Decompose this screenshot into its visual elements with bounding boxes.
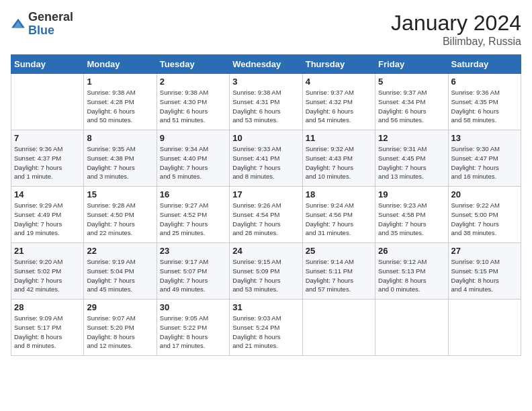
logo: General Blue <box>11 11 73 38</box>
day-cell: 12Sunrise: 9:31 AM Sunset: 4:45 PM Dayli… <box>375 130 448 187</box>
day-cell: 14Sunrise: 9:29 AM Sunset: 4:49 PM Dayli… <box>11 187 84 243</box>
header: General Blue January 2024 Bilimbay, Russ… <box>11 11 521 48</box>
day-cell: 7Sunrise: 9:36 AM Sunset: 4:37 PM Daylig… <box>11 130 84 187</box>
week-row-2: 14Sunrise: 9:29 AM Sunset: 4:49 PM Dayli… <box>11 187 521 243</box>
day-number: 6 <box>451 77 518 87</box>
day-number: 27 <box>451 246 518 256</box>
day-info: Sunrise: 9:36 AM Sunset: 4:37 PM Dayligh… <box>14 144 81 181</box>
day-info: Sunrise: 9:30 AM Sunset: 4:47 PM Dayligh… <box>451 144 518 181</box>
day-info: Sunrise: 9:36 AM Sunset: 4:35 PM Dayligh… <box>451 88 518 125</box>
day-number: 26 <box>378 246 445 256</box>
calendar-header-row: SundayMondayTuesdayWednesdayThursdayFrid… <box>11 55 521 74</box>
day-info: Sunrise: 9:29 AM Sunset: 4:49 PM Dayligh… <box>14 201 81 238</box>
day-number: 9 <box>160 133 226 143</box>
day-cell <box>302 300 375 356</box>
day-cell: 17Sunrise: 9:26 AM Sunset: 4:54 PM Dayli… <box>230 187 302 243</box>
day-number: 1 <box>87 77 153 87</box>
day-number: 16 <box>160 189 226 199</box>
day-info: Sunrise: 9:03 AM Sunset: 5:24 PM Dayligh… <box>232 314 299 351</box>
col-header-wednesday: Wednesday <box>230 55 302 74</box>
day-number: 14 <box>14 189 81 199</box>
day-cell: 28Sunrise: 9:09 AM Sunset: 5:17 PM Dayli… <box>11 300 84 356</box>
week-row-4: 28Sunrise: 9:09 AM Sunset: 5:17 PM Dayli… <box>11 300 521 356</box>
day-number: 28 <box>14 302 81 312</box>
day-number: 30 <box>160 302 226 312</box>
page: General Blue January 2024 Bilimbay, Russ… <box>0 0 532 411</box>
day-cell: 19Sunrise: 9:23 AM Sunset: 4:58 PM Dayli… <box>375 187 448 243</box>
logo-icon <box>11 17 26 32</box>
day-info: Sunrise: 9:32 AM Sunset: 4:43 PM Dayligh… <box>306 144 372 181</box>
day-info: Sunrise: 9:27 AM Sunset: 4:52 PM Dayligh… <box>160 201 226 238</box>
title-block: January 2024 Bilimbay, Russia <box>391 11 521 48</box>
day-number: 24 <box>232 246 299 256</box>
day-info: Sunrise: 9:22 AM Sunset: 5:00 PM Dayligh… <box>451 201 518 238</box>
day-number: 21 <box>14 246 81 256</box>
week-row-0: 1Sunrise: 9:38 AM Sunset: 4:28 PM Daylig… <box>11 74 521 130</box>
day-number: 7 <box>14 133 81 143</box>
day-number: 19 <box>378 189 445 199</box>
day-info: Sunrise: 9:24 AM Sunset: 4:56 PM Dayligh… <box>306 201 372 238</box>
day-info: Sunrise: 9:31 AM Sunset: 4:45 PM Dayligh… <box>378 144 445 181</box>
day-cell: 18Sunrise: 9:24 AM Sunset: 4:56 PM Dayli… <box>302 187 375 243</box>
col-header-sunday: Sunday <box>11 55 84 74</box>
day-info: Sunrise: 9:05 AM Sunset: 5:22 PM Dayligh… <box>160 314 226 351</box>
day-number: 4 <box>306 77 372 87</box>
day-cell: 13Sunrise: 9:30 AM Sunset: 4:47 PM Dayli… <box>448 130 521 187</box>
day-info: Sunrise: 9:09 AM Sunset: 5:17 PM Dayligh… <box>14 314 81 351</box>
logo-text: General Blue <box>28 11 73 38</box>
day-info: Sunrise: 9:23 AM Sunset: 4:58 PM Dayligh… <box>378 201 445 238</box>
day-number: 17 <box>232 189 299 199</box>
day-number: 31 <box>232 302 299 312</box>
col-header-tuesday: Tuesday <box>157 55 229 74</box>
day-number: 18 <box>306 189 372 199</box>
day-info: Sunrise: 9:35 AM Sunset: 4:38 PM Dayligh… <box>87 144 153 181</box>
day-cell <box>375 300 448 356</box>
day-info: Sunrise: 9:12 AM Sunset: 5:13 PM Dayligh… <box>378 257 445 294</box>
day-info: Sunrise: 9:38 AM Sunset: 4:30 PM Dayligh… <box>160 88 226 125</box>
col-header-saturday: Saturday <box>448 55 521 74</box>
day-info: Sunrise: 9:28 AM Sunset: 4:50 PM Dayligh… <box>87 201 153 238</box>
day-number: 5 <box>378 77 445 87</box>
day-cell: 22Sunrise: 9:19 AM Sunset: 5:04 PM Dayli… <box>84 243 157 300</box>
day-cell: 2Sunrise: 9:38 AM Sunset: 4:30 PM Daylig… <box>157 74 229 130</box>
location-title: Bilimbay, Russia <box>391 36 521 48</box>
day-number: 29 <box>87 302 153 312</box>
day-number: 2 <box>160 77 226 87</box>
month-title: January 2024 <box>391 11 521 36</box>
day-cell: 25Sunrise: 9:14 AM Sunset: 5:11 PM Dayli… <box>302 243 375 300</box>
day-number: 25 <box>306 246 372 256</box>
day-info: Sunrise: 9:10 AM Sunset: 5:15 PM Dayligh… <box>451 257 518 294</box>
day-cell: 6Sunrise: 9:36 AM Sunset: 4:35 PM Daylig… <box>448 74 521 130</box>
day-number: 13 <box>451 133 518 143</box>
day-cell: 24Sunrise: 9:15 AM Sunset: 5:09 PM Dayli… <box>230 243 302 300</box>
day-cell: 23Sunrise: 9:17 AM Sunset: 5:07 PM Dayli… <box>157 243 229 300</box>
day-info: Sunrise: 9:15 AM Sunset: 5:09 PM Dayligh… <box>232 257 299 294</box>
day-cell: 21Sunrise: 9:20 AM Sunset: 5:02 PM Dayli… <box>11 243 84 300</box>
day-cell: 31Sunrise: 9:03 AM Sunset: 5:24 PM Dayli… <box>230 300 302 356</box>
week-row-3: 21Sunrise: 9:20 AM Sunset: 5:02 PM Dayli… <box>11 243 521 300</box>
day-number: 20 <box>451 189 518 199</box>
calendar-table: SundayMondayTuesdayWednesdayThursdayFrid… <box>11 54 521 356</box>
day-cell <box>448 300 521 356</box>
day-info: Sunrise: 9:14 AM Sunset: 5:11 PM Dayligh… <box>306 257 372 294</box>
day-info: Sunrise: 9:20 AM Sunset: 5:02 PM Dayligh… <box>14 257 81 294</box>
day-cell: 30Sunrise: 9:05 AM Sunset: 5:22 PM Dayli… <box>157 300 229 356</box>
day-info: Sunrise: 9:37 AM Sunset: 4:32 PM Dayligh… <box>306 88 372 125</box>
day-cell: 29Sunrise: 9:07 AM Sunset: 5:20 PM Dayli… <box>84 300 157 356</box>
day-cell: 4Sunrise: 9:37 AM Sunset: 4:32 PM Daylig… <box>302 74 375 130</box>
col-header-monday: Monday <box>84 55 157 74</box>
week-row-1: 7Sunrise: 9:36 AM Sunset: 4:37 PM Daylig… <box>11 130 521 187</box>
day-cell: 9Sunrise: 9:34 AM Sunset: 4:40 PM Daylig… <box>157 130 229 187</box>
logo-blue-text: Blue <box>28 24 73 38</box>
day-number: 11 <box>306 133 372 143</box>
col-header-thursday: Thursday <box>302 55 375 74</box>
day-number: 3 <box>232 77 299 87</box>
day-cell: 20Sunrise: 9:22 AM Sunset: 5:00 PM Dayli… <box>448 187 521 243</box>
day-info: Sunrise: 9:38 AM Sunset: 4:28 PM Dayligh… <box>87 88 153 125</box>
day-cell: 5Sunrise: 9:37 AM Sunset: 4:34 PM Daylig… <box>375 74 448 130</box>
day-number: 23 <box>160 246 226 256</box>
day-info: Sunrise: 9:37 AM Sunset: 4:34 PM Dayligh… <box>378 88 445 125</box>
day-info: Sunrise: 9:17 AM Sunset: 5:07 PM Dayligh… <box>160 257 226 294</box>
day-number: 12 <box>378 133 445 143</box>
logo-general-text: General <box>28 11 73 24</box>
